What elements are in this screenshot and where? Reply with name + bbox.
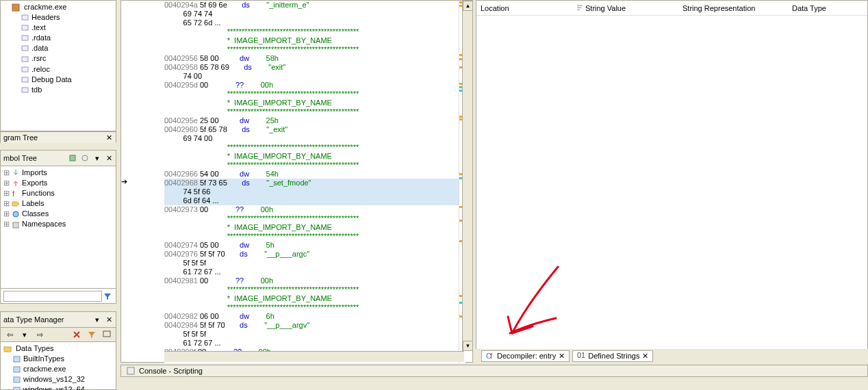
tree-item[interactable]: .reloc [2, 64, 114, 75]
svg-rect-5 [22, 57, 28, 62]
svg-rect-17 [14, 367, 20, 372]
archive-icon [13, 386, 21, 390]
svg-rect-14 [103, 331, 110, 337]
dtm-tree[interactable]: Data Types BuiltInTypescrackme.exewindow… [0, 342, 116, 390]
tree-item[interactable]: Headers [2, 12, 114, 23]
svg-point-10 [82, 155, 88, 161]
symbol-filter [0, 289, 116, 304]
dropdown-icon[interactable]: ▾ [18, 328, 31, 341]
tab-decompiler-label: Decompiler: entry [497, 352, 556, 360]
console-bar[interactable]: Console - Scripting [120, 365, 868, 377]
listing-panel: ➔ 0040294a 5f 69 6e ds "_initterm_e" 69 … [120, 0, 473, 363]
symbol-item[interactable]: ⊞ Namespaces [2, 219, 114, 229]
col-string-value[interactable]: String Value [576, 4, 682, 12]
filter-options-icon[interactable] [102, 290, 113, 302]
function-icon: f [12, 190, 20, 198]
svg-rect-23 [127, 367, 134, 374]
symbol-item[interactable]: ⊞ Exports [2, 178, 114, 188]
symbol-tree[interactable]: ⊞ Imports⊞ Exports⊞ fFunctions⊞ Labels⊞ … [0, 166, 116, 289]
filter-icon-2[interactable] [86, 328, 98, 341]
section-icon [21, 55, 29, 64]
window-icon[interactable] [101, 328, 113, 341]
section-icon [21, 76, 29, 84]
tree-root[interactable]: crackme.exe [2, 2, 114, 12]
symbol-item[interactable]: ⊞ fFunctions [2, 188, 114, 198]
section-icon [21, 86, 29, 94]
namespace-icon [12, 221, 20, 229]
archive-icon [13, 355, 21, 363]
svg-text:010: 010 [577, 352, 585, 359]
symbol-item[interactable]: ⊞ Labels [2, 198, 114, 209]
svg-rect-19 [14, 387, 20, 390]
close-icon[interactable]: ✕ [105, 133, 113, 142]
sort-icon [576, 5, 583, 12]
back-icon[interactable]: ⇦ [3, 328, 16, 341]
gram-tree-tab-label: gram Tree [3, 133, 38, 142]
tree-item[interactable]: .rdata [2, 33, 114, 43]
decompile-icon: Cf [486, 352, 494, 360]
svg-text:f: f [12, 190, 15, 198]
archive-icon [13, 376, 21, 384]
tree-item[interactable]: .rsrc [2, 53, 114, 64]
section-icon [21, 44, 29, 53]
horizontal-scrollbar[interactable] [164, 351, 464, 362]
symbol-toolbar-btn-2[interactable] [79, 152, 91, 164]
exe-icon [12, 3, 20, 12]
forward-icon[interactable]: ⇨ [34, 328, 46, 341]
right-panel-tabs: Cf Decompiler: entry ✕ 010 Defined Strin… [476, 349, 868, 363]
export-icon [12, 179, 20, 187]
svg-rect-13 [13, 222, 18, 228]
dtm-toolbar: ⇦ ▾ ⇨ [0, 327, 116, 342]
close-icon[interactable]: ✕ [105, 315, 113, 324]
import-icon [12, 169, 20, 177]
tree-item[interactable]: tdb [2, 85, 114, 95]
console-icon [127, 367, 135, 375]
program-tree[interactable]: crackme.exe Headers.text.rdata.data.rsrc… [0, 0, 116, 131]
svg-rect-0 [12, 4, 19, 11]
scroll-down-icon[interactable]: ▼ [463, 341, 473, 351]
close-icon[interactable]: ✕ [559, 352, 565, 361]
archive-icon [13, 365, 21, 374]
symbol-toolbar-btn-1[interactable] [66, 152, 79, 164]
column-headers: Location String Value String Representat… [476, 1, 867, 16]
tab-defined-strings[interactable]: 010 Defined Strings ✕ [572, 350, 653, 362]
dropdown-arrow-icon[interactable]: ▾ [91, 152, 103, 164]
dtm-item[interactable]: windows_vs12_32 [2, 374, 114, 385]
tab-decompiler[interactable]: Cf Decompiler: entry ✕ [481, 350, 570, 362]
svg-rect-6 [22, 67, 28, 72]
chevron-right-icon[interactable]: ➔ [121, 177, 127, 186]
scroll-up-icon[interactable]: ▲ [463, 1, 473, 11]
tree-root-label: crackme.exe [24, 3, 66, 11]
symbol-item[interactable]: ⊞ Imports [2, 168, 114, 178]
filter-icon[interactable] [71, 328, 83, 341]
col-string-repr[interactable]: String Representation [682, 4, 792, 12]
svg-rect-3 [22, 36, 28, 40]
vertical-scrollbar[interactable]: ▲ ▼ [462, 1, 472, 351]
close-icon[interactable]: ✕ [642, 352, 648, 361]
tree-item[interactable]: Debug Data [2, 75, 114, 85]
symbol-item[interactable]: ⊞ Classes [2, 209, 114, 219]
dtm-root[interactable]: Data Types [2, 343, 114, 354]
svg-rect-15 [4, 347, 11, 352]
defined-strings-panel: Location String Value String Representat… [476, 0, 868, 363]
tree-item[interactable]: .data [2, 43, 114, 53]
dtm-item[interactable]: crackme.exe [2, 364, 114, 374]
gram-tree-tab[interactable]: gram Tree ✕ [0, 131, 116, 143]
section-icon [21, 14, 29, 22]
svg-point-12 [13, 211, 18, 217]
listing[interactable]: 0040294a 5f 69 6e ds "_initterm_e" 69 74… [164, 1, 465, 363]
class-icon [12, 210, 20, 218]
dtm-root-label: Data Types [16, 344, 53, 352]
dropdown-arrow-icon[interactable]: ▾ [91, 313, 103, 326]
svg-rect-1 [22, 15, 28, 20]
close-icon[interactable]: ✕ [105, 154, 113, 162]
svg-text:f: f [490, 352, 493, 360]
tree-item[interactable]: .text [2, 23, 114, 33]
strings-icon: 010 [577, 352, 585, 360]
col-location[interactable]: Location [481, 4, 576, 12]
dtm-item[interactable]: BuiltInTypes [2, 354, 114, 364]
col-data-type[interactable]: Data Type [792, 4, 826, 12]
symbol-filter-input[interactable] [3, 291, 102, 302]
symbol-tree-title: mbol Tree [3, 154, 37, 162]
dtm-item[interactable]: windows_vs12_64 [2, 385, 114, 390]
